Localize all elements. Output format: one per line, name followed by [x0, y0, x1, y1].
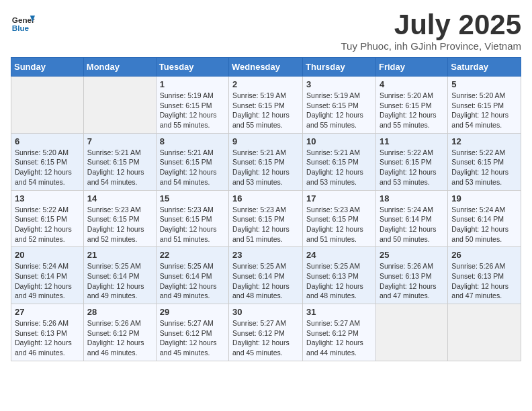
day-number: 19 — [451, 193, 517, 203]
calendar-body: 1Sunrise: 5:19 AMSunset: 6:15 PMDaylight… — [11, 77, 521, 361]
day-number: 12 — [451, 136, 517, 146]
day-info: Sunrise: 5:25 AMSunset: 6:14 PMDaylight:… — [87, 261, 152, 301]
calendar-cell: 13Sunrise: 5:22 AMSunset: 6:15 PMDayligh… — [11, 190, 84, 247]
day-info: Sunrise: 5:26 AMSunset: 6:13 PMDaylight:… — [380, 261, 444, 301]
calendar-cell: 6Sunrise: 5:20 AMSunset: 6:15 PMDaylight… — [11, 133, 84, 190]
day-number: 18 — [380, 193, 444, 203]
calendar-cell — [375, 304, 447, 361]
day-number: 26 — [451, 250, 517, 260]
calendar-cell: 14Sunrise: 5:23 AMSunset: 6:15 PMDayligh… — [83, 190, 156, 247]
day-number: 6 — [15, 136, 80, 146]
day-number: 9 — [232, 136, 299, 146]
calendar-cell: 22Sunrise: 5:25 AMSunset: 6:14 PMDayligh… — [156, 247, 228, 304]
calendar-cell: 1Sunrise: 5:19 AMSunset: 6:15 PMDaylight… — [156, 77, 228, 134]
day-info: Sunrise: 5:26 AMSunset: 6:13 PMDaylight:… — [15, 318, 80, 358]
header-row: SundayMondayTuesdayWednesdayThursdayFrid… — [11, 58, 521, 77]
day-number: 11 — [380, 136, 444, 146]
header-monday: Monday — [83, 58, 156, 77]
title-block: July 2025 Tuy Phuoc, inh GJinh Province,… — [341, 11, 521, 52]
svg-text:Blue: Blue — [12, 24, 30, 32]
day-info: Sunrise: 5:24 AMSunset: 6:14 PMDaylight:… — [380, 205, 444, 244]
day-info: Sunrise: 5:19 AMSunset: 6:15 PMDaylight:… — [306, 91, 372, 130]
day-info: Sunrise: 5:21 AMSunset: 6:15 PMDaylight:… — [160, 148, 225, 187]
header-saturday: Saturday — [448, 58, 521, 77]
calendar-cell: 15Sunrise: 5:23 AMSunset: 6:15 PMDayligh… — [156, 190, 228, 247]
calendar-cell: 30Sunrise: 5:27 AMSunset: 6:12 PMDayligh… — [229, 304, 303, 361]
day-info: Sunrise: 5:19 AMSunset: 6:15 PMDaylight:… — [232, 91, 299, 130]
calendar-cell: 18Sunrise: 5:24 AMSunset: 6:14 PMDayligh… — [375, 190, 447, 247]
calendar-cell: 4Sunrise: 5:20 AMSunset: 6:15 PMDaylight… — [375, 77, 447, 134]
day-info: Sunrise: 5:25 AMSunset: 6:13 PMDaylight:… — [306, 261, 372, 301]
day-info: Sunrise: 5:26 AMSunset: 6:12 PMDaylight:… — [87, 318, 152, 358]
header-wednesday: Wednesday — [229, 58, 303, 77]
day-info: Sunrise: 5:23 AMSunset: 6:15 PMDaylight:… — [232, 205, 299, 244]
day-number: 10 — [306, 136, 372, 146]
day-number: 25 — [380, 250, 444, 260]
day-number: 21 — [87, 250, 152, 260]
day-number: 20 — [15, 250, 80, 260]
day-info: Sunrise: 5:25 AMSunset: 6:14 PMDaylight:… — [160, 261, 225, 301]
day-info: Sunrise: 5:24 AMSunset: 6:14 PMDaylight:… — [15, 261, 80, 301]
location-subtitle: Tuy Phuoc, inh GJinh Province, Vietnam — [341, 40, 521, 52]
day-info: Sunrise: 5:21 AMSunset: 6:15 PMDaylight:… — [232, 148, 299, 187]
calendar-cell: 10Sunrise: 5:21 AMSunset: 6:15 PMDayligh… — [303, 133, 376, 190]
calendar-cell: 16Sunrise: 5:23 AMSunset: 6:15 PMDayligh… — [229, 190, 303, 247]
day-info: Sunrise: 5:21 AMSunset: 6:15 PMDaylight:… — [306, 148, 372, 187]
calendar-week-5: 27Sunrise: 5:26 AMSunset: 6:13 PMDayligh… — [11, 304, 521, 361]
logo: General Blue — [11, 11, 38, 35]
calendar-week-4: 20Sunrise: 5:24 AMSunset: 6:14 PMDayligh… — [11, 247, 521, 304]
day-number: 16 — [232, 193, 299, 203]
calendar-cell: 23Sunrise: 5:25 AMSunset: 6:14 PMDayligh… — [229, 247, 303, 304]
calendar-cell: 29Sunrise: 5:27 AMSunset: 6:12 PMDayligh… — [156, 304, 228, 361]
calendar-week-3: 13Sunrise: 5:22 AMSunset: 6:15 PMDayligh… — [11, 190, 521, 247]
day-number: 14 — [87, 193, 152, 203]
day-number: 3 — [306, 79, 372, 89]
day-info: Sunrise: 5:23 AMSunset: 6:15 PMDaylight:… — [306, 205, 372, 244]
day-info: Sunrise: 5:20 AMSunset: 6:15 PMDaylight:… — [380, 91, 444, 130]
day-number: 8 — [160, 136, 225, 146]
calendar-cell: 26Sunrise: 5:26 AMSunset: 6:13 PMDayligh… — [448, 247, 521, 304]
day-info: Sunrise: 5:23 AMSunset: 6:15 PMDaylight:… — [160, 205, 225, 244]
day-number: 29 — [160, 307, 225, 317]
calendar-cell: 24Sunrise: 5:25 AMSunset: 6:13 PMDayligh… — [303, 247, 376, 304]
calendar-cell: 25Sunrise: 5:26 AMSunset: 6:13 PMDayligh… — [375, 247, 447, 304]
month-title: July 2025 — [341, 11, 521, 39]
calendar-cell: 19Sunrise: 5:24 AMSunset: 6:14 PMDayligh… — [448, 190, 521, 247]
calendar-cell: 11Sunrise: 5:22 AMSunset: 6:15 PMDayligh… — [375, 133, 447, 190]
calendar-cell: 21Sunrise: 5:25 AMSunset: 6:14 PMDayligh… — [83, 247, 156, 304]
day-number: 31 — [306, 307, 372, 317]
day-number: 28 — [87, 307, 152, 317]
day-number: 5 — [451, 79, 517, 89]
calendar-cell: 5Sunrise: 5:20 AMSunset: 6:15 PMDaylight… — [448, 77, 521, 134]
day-info: Sunrise: 5:22 AMSunset: 6:15 PMDaylight:… — [451, 148, 517, 187]
calendar-cell: 7Sunrise: 5:21 AMSunset: 6:15 PMDaylight… — [83, 133, 156, 190]
page-header: General Blue July 2025 Tuy Phuoc, inh GJ… — [11, 11, 521, 52]
day-number: 30 — [232, 307, 299, 317]
calendar-cell: 2Sunrise: 5:19 AMSunset: 6:15 PMDaylight… — [229, 77, 303, 134]
day-info: Sunrise: 5:20 AMSunset: 6:15 PMDaylight:… — [451, 91, 517, 130]
day-info: Sunrise: 5:26 AMSunset: 6:13 PMDaylight:… — [451, 261, 517, 301]
day-number: 24 — [306, 250, 372, 260]
day-info: Sunrise: 5:25 AMSunset: 6:14 PMDaylight:… — [232, 261, 299, 301]
calendar-week-2: 6Sunrise: 5:20 AMSunset: 6:15 PMDaylight… — [11, 133, 521, 190]
calendar-cell — [11, 77, 84, 134]
day-number: 27 — [15, 307, 80, 317]
day-number: 4 — [380, 79, 444, 89]
calendar-cell — [448, 304, 521, 361]
header-thursday: Thursday — [303, 58, 376, 77]
logo-icon: General Blue — [11, 11, 35, 35]
calendar-header: SundayMondayTuesdayWednesdayThursdayFrid… — [11, 58, 521, 77]
day-number: 22 — [160, 250, 225, 260]
calendar-table: SundayMondayTuesdayWednesdayThursdayFrid… — [11, 57, 521, 361]
header-friday: Friday — [375, 58, 447, 77]
calendar-cell: 17Sunrise: 5:23 AMSunset: 6:15 PMDayligh… — [303, 190, 376, 247]
day-info: Sunrise: 5:27 AMSunset: 6:12 PMDaylight:… — [232, 318, 299, 358]
day-number: 1 — [160, 79, 225, 89]
calendar-week-1: 1Sunrise: 5:19 AMSunset: 6:15 PMDaylight… — [11, 77, 521, 134]
calendar-cell: 27Sunrise: 5:26 AMSunset: 6:13 PMDayligh… — [11, 304, 84, 361]
day-info: Sunrise: 5:20 AMSunset: 6:15 PMDaylight:… — [15, 148, 80, 187]
day-number: 17 — [306, 193, 372, 203]
header-tuesday: Tuesday — [156, 58, 228, 77]
day-number: 23 — [232, 250, 299, 260]
calendar-cell: 8Sunrise: 5:21 AMSunset: 6:15 PMDaylight… — [156, 133, 228, 190]
